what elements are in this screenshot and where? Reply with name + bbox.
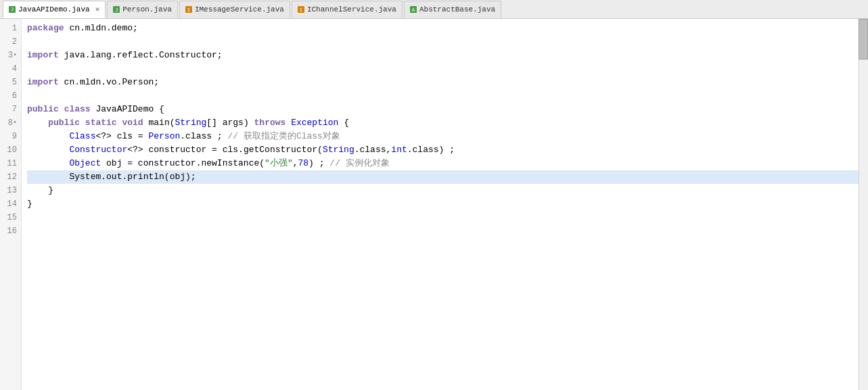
editor-container: J JavaAPIDemo.java ✕ J Person.java I IMe… [0, 0, 868, 390]
code-line-8: public static void main(String[] args) t… [27, 116, 868, 130]
line-num-14: 14 [0, 197, 21, 211]
tab-bar: J JavaAPIDemo.java ✕ J Person.java I IMe… [0, 0, 868, 19]
line-num-6: 6 [0, 89, 21, 103]
tab-label: JavaAPIDemo.java [18, 5, 90, 14]
tab-JavaAPIDemo[interactable]: J JavaAPIDemo.java ✕ [3, 1, 106, 18]
abstract-file-icon: A [410, 6, 417, 13]
line-num-11: 11 [0, 157, 21, 170]
code-line-12: System.out.println(obj); [27, 170, 868, 184]
code-line-14: } [27, 197, 868, 211]
code-line-1: package cn.mldn.demo; [27, 22, 868, 35]
code-line-3: import java.lang.reflect.Constructor; [27, 49, 868, 62]
line-num-15: 15 [0, 211, 21, 224]
tab-AbstractBase[interactable]: A AbstractBase.java [404, 1, 501, 18]
code-line-11: Object obj = constructor.newInstance("小强… [27, 157, 868, 170]
tab-close-icon[interactable]: ✕ [95, 5, 100, 14]
editor-body: 1 2 3• 4 5 6 7 8• 9 10 11 12 13 14 15 16… [0, 19, 868, 390]
code-line-16 [27, 224, 868, 238]
tab-label-2: Person.java [122, 5, 172, 14]
line-num-16: 16 [0, 224, 21, 238]
tab-label-5: AbstractBase.java [419, 5, 495, 14]
code-line-2 [27, 35, 868, 49]
code-line-9: Class<?> cls = Person.class ; // 获取指定类的C… [27, 130, 868, 143]
line-num-5: 5 [0, 76, 21, 89]
code-line-5: import cn.mldn.vo.Person; [27, 76, 868, 89]
scrollbar-thumb[interactable] [859, 19, 868, 59]
tab-label-4: IChannelService.java [307, 5, 396, 14]
line-num-1: 1 [0, 22, 21, 35]
code-line-10: Constructor<?> constructor = cls.getCons… [27, 143, 868, 157]
tab-label-3: IMessageService.java [195, 5, 284, 14]
tab-Person[interactable]: J Person.java [107, 1, 178, 18]
tab-IMessageService[interactable]: I IMessageService.java [179, 1, 290, 18]
code-line-7: public class JavaAPIDemo { [27, 103, 868, 116]
code-line-6 [27, 89, 868, 103]
line-num-2: 2 [0, 35, 21, 49]
line-num-13: 13 [0, 184, 21, 197]
line-num-10: 10 [0, 143, 21, 157]
line-num-8: 8• [0, 116, 21, 130]
code-line-13: } [27, 184, 868, 197]
vertical-scrollbar[interactable] [859, 19, 868, 390]
code-line-4 [27, 62, 868, 76]
tab-IChannelService[interactable]: I IChannelService.java [292, 1, 403, 18]
java-file-icon: J [9, 6, 16, 13]
interface-file-icon-2: I [298, 6, 304, 13]
line-num-3: 3• [0, 49, 21, 62]
interface-file-icon: I [185, 6, 192, 13]
line-num-12: 12 [0, 170, 21, 184]
code-line-15 [27, 211, 868, 224]
line-num-7: 7 [0, 103, 21, 116]
java-file-icon-2: J [113, 6, 120, 13]
line-numbers: 1 2 3• 4 5 6 7 8• 9 10 11 12 13 14 15 16 [0, 19, 22, 390]
line-num-4: 4 [0, 62, 21, 76]
code-area[interactable]: package cn.mldn.demo; import java.lang.r… [22, 19, 868, 390]
line-num-9: 9 [0, 130, 21, 143]
